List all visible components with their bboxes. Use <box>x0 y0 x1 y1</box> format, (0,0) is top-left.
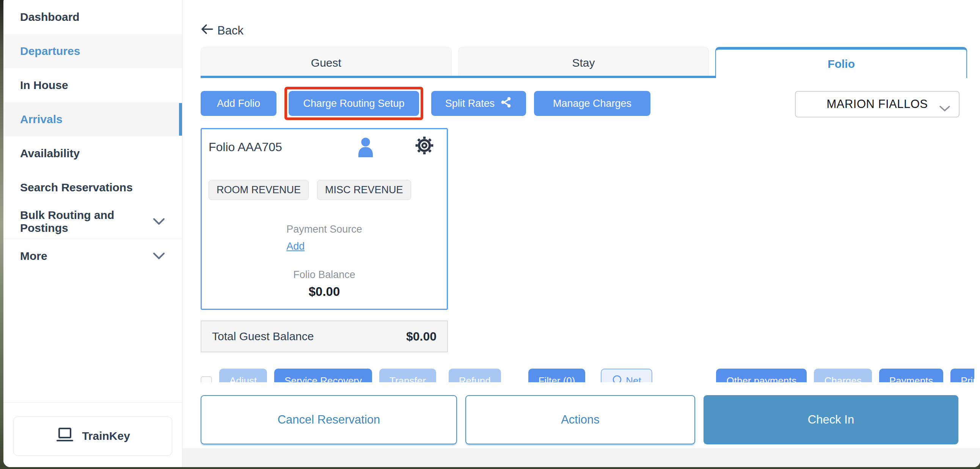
chevron-down-icon <box>939 101 950 115</box>
sidebar-item-arrivals[interactable]: Arrivals <box>3 102 182 136</box>
bottom-strip <box>183 448 980 467</box>
laptop-icon <box>56 427 74 445</box>
actions-button[interactable]: Actions <box>465 395 695 444</box>
other-payments-label: Other payments <box>726 375 796 383</box>
tab-guest[interactable]: Guest <box>200 47 452 78</box>
add-payment-source-link[interactable]: Add <box>286 241 305 252</box>
transfer-label: Transfer <box>390 375 426 383</box>
refund-button[interactable]: Refund <box>449 369 501 382</box>
charges-button[interactable]: Charges <box>814 369 872 382</box>
sidebar-item-label: More <box>20 250 48 263</box>
check-in-label: Check In <box>808 413 854 426</box>
badge-room-revenue: ROOM REVENUE <box>208 180 309 200</box>
circle-icon <box>612 375 622 383</box>
sidebar-item-label: Search Reservations <box>20 181 133 194</box>
charge-routing-setup-button[interactable]: Charge Routing Setup <box>289 91 419 116</box>
refund-label: Refund <box>459 375 491 383</box>
tab-label: Stay <box>572 57 595 69</box>
folio-title: Folio AAA705 <box>208 140 282 154</box>
charge-routing-setup-label: Charge Routing Setup <box>303 98 404 109</box>
sidebar-item-bulk-routing[interactable]: Bulk Routing and Postings <box>3 204 182 239</box>
total-guest-balance-row: Total Guest Balance $0.00 <box>200 320 448 352</box>
other-payments-button[interactable]: Other payments <box>716 369 807 382</box>
back-label: Back <box>217 24 243 38</box>
total-guest-balance-label: Total Guest Balance <box>212 330 314 343</box>
folio-card-header: Folio AAA705 <box>208 138 440 156</box>
sidebar-item-in-house[interactable]: In House <box>3 68 182 102</box>
check-in-button[interactable]: Check In <box>703 395 958 444</box>
sidebar-item-label: Arrivals <box>20 113 62 126</box>
main-content: Back Guest Stay Folio Add Folio Charge R… <box>183 0 980 467</box>
sidebar-item-label: In House <box>20 79 68 92</box>
sidebar-item-search-reservations[interactable]: Search Reservations <box>3 171 182 204</box>
tab-label: Folio <box>827 58 855 70</box>
charges-label: Charges <box>824 375 861 383</box>
add-folio-label: Add Folio <box>217 98 260 109</box>
tab-stay[interactable]: Stay <box>458 47 709 78</box>
folio-balance-value: $0.00 <box>208 285 440 299</box>
folio-toolbar: Add Folio Charge Routing Setup Split Rat… <box>200 91 959 120</box>
sidebar: Dashboard Departures In House Arrivals A… <box>3 0 183 467</box>
charge-routing-highlight-ring: Charge Routing Setup <box>285 87 423 120</box>
payments-label: Payments <box>889 375 933 383</box>
payment-source-label: Payment Source <box>286 223 362 235</box>
sidebar-item-label: Dashboard <box>20 11 80 24</box>
sidebar-item-label: Bulk Routing and Postings <box>20 209 153 234</box>
chevron-down-icon <box>153 215 165 228</box>
tab-folio[interactable]: Folio <box>715 47 967 78</box>
tab-underline <box>200 76 716 78</box>
reservation-footer-actions: Cancel Reservation Actions Check In <box>200 395 958 444</box>
sidebar-item-availability[interactable]: Availability <box>3 136 182 171</box>
badge-misc-revenue: MISC REVENUE <box>317 180 411 200</box>
payment-source-block: Payment Source Add <box>286 223 362 252</box>
transfer-button[interactable]: Transfer <box>379 369 436 382</box>
sidebar-item-label: Availability <box>20 147 80 160</box>
total-guest-balance-value: $0.00 <box>406 330 436 344</box>
tab-bar: Guest Stay Folio <box>200 47 967 78</box>
net-toggle-button[interactable]: Net <box>601 369 652 382</box>
guest-selector-value: MARION FIALLOS <box>826 97 928 111</box>
sidebar-item-label: Departures <box>20 45 80 58</box>
actions-label: Actions <box>561 413 600 426</box>
folio-balance-block: Folio Balance $0.00 <box>208 269 440 302</box>
sidebar-item-dashboard[interactable]: Dashboard <box>3 0 182 34</box>
split-rates-button[interactable]: Split Rates <box>431 91 526 116</box>
split-rates-label: Split Rates <box>445 98 495 109</box>
print-button[interactable]: Print <box>950 369 974 382</box>
revenue-badges: ROOM REVENUE MISC REVENUE <box>208 180 440 200</box>
print-label: Print <box>961 375 974 383</box>
sidebar-item-departures[interactable]: Departures <box>3 34 182 68</box>
tab-label: Guest <box>311 57 341 69</box>
payments-button[interactable]: Payments <box>879 369 943 382</box>
guest-selector-dropdown[interactable]: MARION FIALLOS <box>795 91 959 117</box>
cancel-reservation-button[interactable]: Cancel Reservation <box>200 395 457 444</box>
adjust-button[interactable]: Adjust <box>219 369 267 382</box>
charges-toolbar-clipped: Adjust Service Recovery Transfer Refund … <box>200 369 974 382</box>
back-button[interactable]: Back <box>200 24 243 38</box>
filter-button[interactable]: Filter (0) <box>528 369 585 382</box>
filter-label: Filter (0) <box>539 375 575 383</box>
cancel-reservation-label: Cancel Reservation <box>278 413 380 426</box>
manage-charges-label: Manage Charges <box>553 98 632 109</box>
folio-card: Folio AAA705 ROOM REVENUE MISC REVENUE P… <box>200 128 448 310</box>
folio-balance-label: Folio Balance <box>208 269 440 281</box>
app-window: Dashboard Departures In House Arrivals A… <box>3 0 980 467</box>
person-icon <box>357 137 374 159</box>
sidebar-spacer <box>3 273 182 402</box>
trainkey-button[interactable]: TrainKey <box>13 416 172 456</box>
net-label: Net <box>626 375 641 383</box>
gear-icon[interactable] <box>415 136 434 157</box>
share-icon <box>500 96 512 111</box>
sidebar-item-more[interactable]: More <box>3 239 182 273</box>
service-recovery-button[interactable]: Service Recovery <box>274 369 372 382</box>
trainkey-label: TrainKey <box>82 429 130 442</box>
service-recovery-label: Service Recovery <box>285 375 362 383</box>
adjust-label: Adjust <box>229 375 257 383</box>
add-folio-button[interactable]: Add Folio <box>200 91 277 116</box>
manage-charges-button[interactable]: Manage Charges <box>534 91 651 116</box>
sidebar-bottom-section: TrainKey <box>3 402 182 467</box>
back-arrow-icon <box>200 24 213 38</box>
chevron-down-icon <box>153 250 165 263</box>
select-all-checkbox[interactable] <box>200 376 212 382</box>
